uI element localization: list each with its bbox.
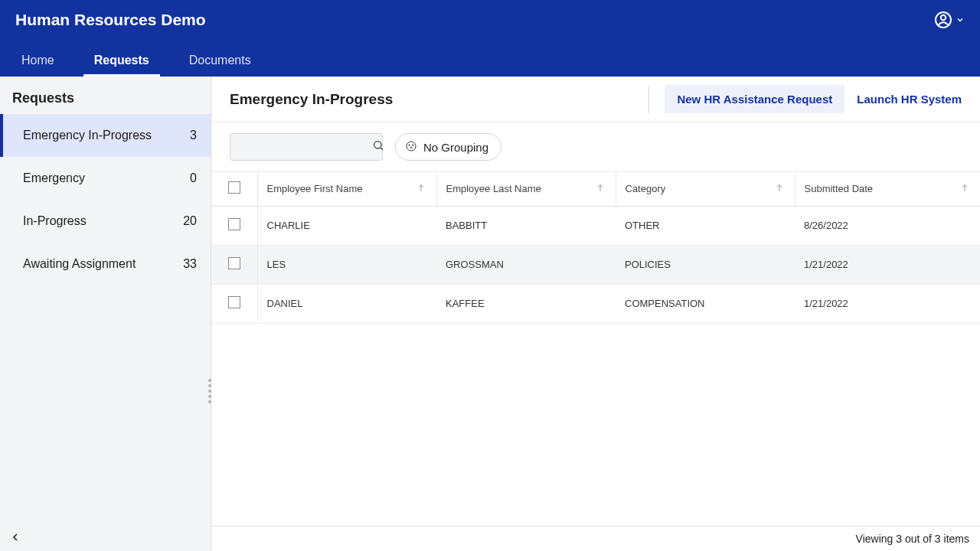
sort-asc-icon bbox=[416, 183, 426, 194]
sidebar-collapse-button[interactable] bbox=[0, 523, 211, 551]
sidebar: Requests Emergency In-Progress 3 Emergen… bbox=[0, 77, 211, 551]
table-footer: Viewing 3 out of 3 items bbox=[211, 526, 980, 551]
svg-point-2 bbox=[374, 142, 381, 148]
sort-asc-icon bbox=[960, 183, 969, 194]
grouping-button[interactable]: No Grouping bbox=[395, 133, 501, 161]
col-label: Category bbox=[626, 183, 666, 194]
sidebar-item-count: 0 bbox=[190, 171, 197, 185]
sidebar-item-count: 33 bbox=[183, 257, 197, 271]
sidebar-resize-handle[interactable] bbox=[208, 379, 213, 403]
new-hr-request-button[interactable]: New HR Assistance Request bbox=[665, 85, 844, 113]
user-icon bbox=[934, 11, 952, 29]
svg-point-1 bbox=[941, 15, 946, 20]
nav-requests[interactable]: Requests bbox=[94, 54, 149, 77]
svg-point-4 bbox=[407, 142, 416, 151]
sidebar-item-emergency[interactable]: Emergency 0 bbox=[0, 157, 211, 200]
cell-category: POLICIES bbox=[616, 245, 795, 284]
cell-first-name: CHARLIE bbox=[257, 206, 436, 245]
col-submitted-date[interactable]: Submitted Date bbox=[795, 172, 980, 206]
nav-home[interactable]: Home bbox=[21, 54, 54, 77]
sidebar-item-label: In-Progress bbox=[23, 214, 87, 228]
cell-last-name: BABBITT bbox=[436, 206, 616, 245]
cell-last-name: GROSSMAN bbox=[436, 245, 616, 284]
checkbox-icon bbox=[228, 181, 240, 194]
table-row[interactable]: LES GROSSMAN POLICIES 1/21/2022 bbox=[211, 245, 980, 284]
divider bbox=[648, 86, 649, 113]
launch-hr-system-button[interactable]: Launch HR System bbox=[857, 93, 962, 106]
cell-category: OTHER bbox=[616, 206, 795, 245]
table-container: Employee First Name Employee Last Name bbox=[211, 172, 980, 526]
top-bar: Human Resources Demo Home Requests Docum… bbox=[0, 0, 980, 77]
page-title: Emergency In-Progress bbox=[230, 91, 648, 108]
table-row[interactable]: DANIEL KAFFEE COMPENSATION 1/21/2022 bbox=[211, 284, 980, 323]
grouping-label: No Grouping bbox=[423, 141, 488, 154]
app-title: Human Resources Demo bbox=[15, 11, 934, 29]
footer-status: Viewing 3 out of 3 items bbox=[856, 533, 969, 545]
sidebar-item-in-progress[interactable]: In-Progress 20 bbox=[0, 200, 211, 243]
main-content: Emergency In-Progress New HR Assistance … bbox=[211, 77, 980, 551]
table-row[interactable]: CHARLIE BABBITT OTHER 8/26/2022 bbox=[211, 206, 980, 245]
cell-first-name: DANIEL bbox=[257, 284, 436, 323]
col-first-name[interactable]: Employee First Name bbox=[257, 172, 436, 206]
row-select[interactable] bbox=[211, 284, 257, 323]
requests-table: Employee First Name Employee Last Name bbox=[211, 172, 980, 324]
svg-point-6 bbox=[413, 145, 413, 145]
sidebar-item-emergency-in-progress[interactable]: Emergency In-Progress 3 bbox=[0, 114, 211, 157]
search-input[interactable] bbox=[238, 141, 372, 153]
search-box[interactable] bbox=[230, 133, 383, 161]
cell-first-name: LES bbox=[257, 245, 436, 284]
chevron-down-icon bbox=[956, 15, 965, 24]
svg-point-5 bbox=[409, 145, 410, 145]
checkbox-icon bbox=[228, 296, 240, 308]
sidebar-item-count: 20 bbox=[183, 214, 197, 228]
sidebar-item-awaiting-assignment[interactable]: Awaiting Assignment 33 bbox=[0, 243, 211, 285]
cell-date: 1/21/2022 bbox=[795, 245, 980, 284]
svg-point-7 bbox=[410, 147, 411, 148]
cell-category: COMPENSATION bbox=[616, 284, 795, 323]
nav-documents[interactable]: Documents bbox=[189, 54, 251, 77]
page-header: Emergency In-Progress New HR Assistance … bbox=[211, 77, 980, 122]
checkbox-icon bbox=[228, 218, 240, 230]
search-icon bbox=[372, 139, 384, 155]
sidebar-list: Emergency In-Progress 3 Emergency 0 In-P… bbox=[0, 114, 211, 523]
select-all-header[interactable] bbox=[211, 172, 257, 206]
col-label: Employee Last Name bbox=[446, 183, 541, 194]
chevron-left-icon bbox=[9, 531, 201, 543]
row-select[interactable] bbox=[211, 245, 257, 284]
col-category[interactable]: Category bbox=[616, 172, 795, 206]
sidebar-item-label: Emergency bbox=[23, 171, 85, 185]
cell-date: 1/21/2022 bbox=[795, 284, 980, 323]
sidebar-item-label: Emergency In-Progress bbox=[23, 129, 152, 142]
row-select[interactable] bbox=[211, 206, 257, 245]
grouping-icon bbox=[405, 140, 417, 155]
main-nav: Home Requests Documents bbox=[0, 40, 980, 77]
checkbox-icon bbox=[228, 257, 240, 269]
cell-last-name: KAFFEE bbox=[436, 284, 616, 323]
sort-asc-icon bbox=[775, 183, 784, 194]
user-menu[interactable] bbox=[934, 11, 965, 29]
col-last-name[interactable]: Employee Last Name bbox=[436, 172, 616, 206]
sidebar-item-count: 3 bbox=[190, 129, 197, 142]
sidebar-title: Requests bbox=[0, 77, 211, 114]
toolbar: No Grouping bbox=[211, 122, 980, 172]
svg-line-3 bbox=[381, 148, 383, 150]
col-label: Submitted Date bbox=[805, 183, 874, 194]
sidebar-item-label: Awaiting Assignment bbox=[23, 257, 136, 271]
sort-asc-icon bbox=[596, 183, 605, 194]
cell-date: 8/26/2022 bbox=[795, 206, 980, 245]
col-label: Employee First Name bbox=[267, 183, 363, 194]
